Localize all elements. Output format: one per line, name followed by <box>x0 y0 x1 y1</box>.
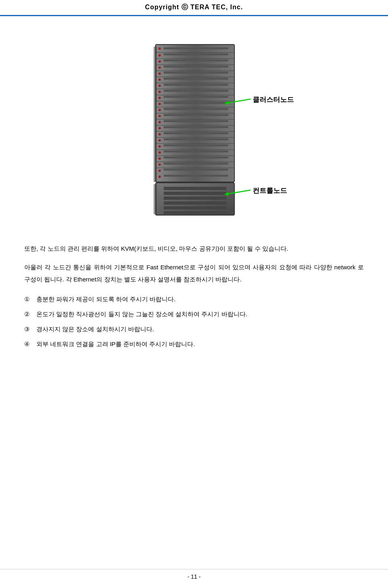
list-text-2: 경사지지 않은 장소에 설치하시기 바랍니다. <box>36 324 154 334</box>
list-item: ② 온도가 일정한 직사광선이 들지 않는 그늘진 장소에 설치하여 주시기 바… <box>24 309 364 319</box>
svg-point-41 <box>158 169 161 172</box>
svg-point-31 <box>158 109 161 111</box>
list-item: ① 충분한 파워가 제공이 되도록 하여 주시기 바랍니다. <box>24 294 364 305</box>
list-marker-3: ④ <box>24 338 36 349</box>
list-text-3: 외부 네트워크 연결을 고려 IP를 준비하여 주시기 바랍니다. <box>36 338 195 349</box>
svg-rect-66 <box>164 187 226 190</box>
svg-rect-51 <box>164 96 228 98</box>
svg-point-25 <box>158 72 161 75</box>
svg-rect-78 <box>154 47 157 182</box>
svg-rect-55 <box>164 120 228 122</box>
copyright-text: Copyright ⓒ TERA TEC, Inc. <box>145 4 243 11</box>
list-item: ④ 외부 네트워크 연결을 고려 IP를 준비하여 주시기 바랍니다. <box>24 338 364 349</box>
svg-text:컨트롤노드: 컨트롤노드 <box>253 187 287 195</box>
svg-point-35 <box>158 133 161 135</box>
paragraph-1: 또한, 각 노드의 관리 편리를 위하여 KVM(키보드, 비디오, 마우스 공… <box>24 243 364 255</box>
svg-point-21 <box>158 47 161 50</box>
server-rack-svg: 클러스터노드 컨트롤노드 <box>93 36 295 222</box>
svg-rect-44 <box>164 53 228 55</box>
svg-rect-67 <box>164 192 226 195</box>
svg-point-23 <box>158 60 161 63</box>
svg-rect-79 <box>154 184 157 214</box>
svg-point-34 <box>158 127 161 129</box>
svg-point-30 <box>158 103 161 105</box>
svg-rect-71 <box>164 211 226 214</box>
svg-point-33 <box>158 121 161 123</box>
svg-point-38 <box>158 151 161 154</box>
svg-point-42 <box>158 176 161 178</box>
svg-text:클러스터노드: 클러스터노드 <box>253 96 294 104</box>
page-header: Copyright ⓒ TERA TEC, Inc. <box>0 0 388 16</box>
svg-point-22 <box>158 54 161 57</box>
svg-point-27 <box>158 85 161 87</box>
text-section: 또한, 각 노드의 관리 편리를 위하여 KVM(키보드, 비디오, 마우스 공… <box>24 243 364 286</box>
list-marker-1: ② <box>24 309 36 319</box>
svg-rect-56 <box>164 126 228 128</box>
svg-point-39 <box>158 157 161 160</box>
svg-rect-43 <box>164 47 228 49</box>
svg-rect-53 <box>164 108 228 110</box>
svg-point-26 <box>158 78 161 81</box>
svg-rect-46 <box>164 66 228 68</box>
svg-point-32 <box>158 115 161 117</box>
list-marker-2: ③ <box>24 324 36 334</box>
main-content: 클러스터노드 컨트롤노드 또한, 각 노드의 관리 편리를 위하여 KVM(키보… <box>0 16 388 378</box>
svg-rect-54 <box>164 114 228 116</box>
list-text-1: 온도가 일정한 직사광선이 들지 않는 그늘진 장소에 설치하여 주시기 바랍니… <box>36 309 247 319</box>
svg-point-37 <box>158 145 161 148</box>
svg-rect-68 <box>164 197 226 200</box>
server-rack-container: 클러스터노드 컨트롤노드 <box>93 36 295 222</box>
page-footer: - 11 - <box>0 569 388 580</box>
svg-point-24 <box>158 66 161 69</box>
svg-point-36 <box>158 139 161 142</box>
svg-rect-50 <box>164 90 228 92</box>
svg-rect-48 <box>164 78 228 80</box>
svg-rect-58 <box>164 138 228 140</box>
svg-rect-45 <box>164 59 228 61</box>
svg-point-28 <box>158 91 161 93</box>
svg-rect-62 <box>164 163 228 165</box>
svg-rect-63 <box>164 169 228 171</box>
svg-rect-64 <box>164 175 228 177</box>
page-number: - 11 - <box>188 573 201 580</box>
svg-point-40 <box>158 163 161 166</box>
list-text-0: 충분한 파워가 제공이 되도록 하여 주시기 바랍니다. <box>36 294 175 305</box>
svg-rect-59 <box>164 144 228 146</box>
svg-rect-49 <box>164 84 228 86</box>
paragraph-2: 아울러 각 노드간 통신을 위하여 기본적으로 Fast Ethernet으로 … <box>24 261 364 286</box>
svg-point-29 <box>158 97 161 99</box>
svg-rect-60 <box>164 150 228 152</box>
list-item: ③ 경사지지 않은 장소에 설치하시기 바랍니다. <box>24 324 364 334</box>
svg-rect-47 <box>164 72 228 74</box>
svg-rect-57 <box>164 132 228 134</box>
svg-rect-69 <box>164 201 226 205</box>
list-section: ① 충분한 파워가 제공이 되도록 하여 주시기 바랍니다. ② 온도가 일정한… <box>24 294 364 349</box>
svg-rect-70 <box>164 206 226 209</box>
svg-rect-52 <box>164 102 228 104</box>
svg-rect-61 <box>164 157 228 159</box>
image-section: 클러스터노드 컨트롤노드 <box>24 32 364 226</box>
list-marker-0: ① <box>24 294 36 305</box>
